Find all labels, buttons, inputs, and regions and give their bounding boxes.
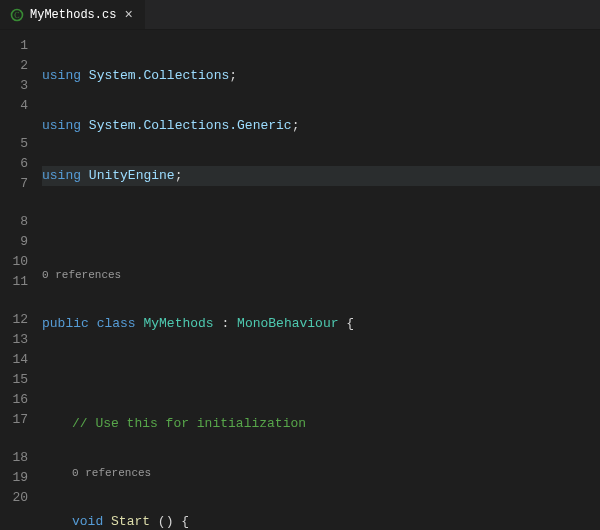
line-number: 3 xyxy=(0,76,28,96)
line-number-gutter: 1 2 3 4 5 6 7 8 9 10 11 12 13 14 15 16 1… xyxy=(0,36,42,530)
line-number: 1 xyxy=(0,36,28,56)
line-number: 18 xyxy=(0,448,28,468)
codelens-references[interactable]: 0 references xyxy=(42,464,600,482)
gutter-spacer xyxy=(0,292,28,310)
tab-bar: C MyMethods.cs × xyxy=(0,0,600,30)
code-line: using System.Collections; xyxy=(42,66,600,86)
file-tab[interactable]: C MyMethods.cs × xyxy=(0,0,146,29)
line-number: 10 xyxy=(0,252,28,272)
line-number: 2 xyxy=(0,56,28,76)
gutter-spacer xyxy=(0,116,28,134)
codelens-references[interactable]: 0 references xyxy=(42,266,600,284)
code-line: public class MyMethods : MonoBehaviour { xyxy=(42,314,600,334)
line-number: 19 xyxy=(0,468,28,488)
line-number: 4 xyxy=(0,96,28,116)
code-line: using System.Collections.Generic; xyxy=(42,116,600,136)
svg-text:C: C xyxy=(14,11,19,20)
csharp-file-icon: C xyxy=(10,8,24,22)
line-number: 7 xyxy=(0,174,28,194)
tab-filename: MyMethods.cs xyxy=(30,8,116,22)
line-number: 13 xyxy=(0,330,28,350)
line-number: 16 xyxy=(0,390,28,410)
line-number: 14 xyxy=(0,350,28,370)
code-line xyxy=(42,216,600,236)
code-line: void Start () { xyxy=(42,512,600,530)
gutter-spacer xyxy=(0,194,28,212)
line-number: 12 xyxy=(0,310,28,330)
gutter-spacer xyxy=(0,430,28,448)
close-icon[interactable]: × xyxy=(122,6,134,24)
line-number: 5 xyxy=(0,134,28,154)
line-number: 6 xyxy=(0,154,28,174)
line-number: 20 xyxy=(0,488,28,508)
line-number: 17 xyxy=(0,410,28,430)
line-number: 11 xyxy=(0,272,28,292)
code-area[interactable]: using System.Collections; using System.C… xyxy=(42,36,600,530)
code-line xyxy=(42,364,600,384)
line-number: 9 xyxy=(0,232,28,252)
code-line: // Use this for initialization xyxy=(42,414,600,434)
line-number: 15 xyxy=(0,370,28,390)
code-editor[interactable]: 1 2 3 4 5 6 7 8 9 10 11 12 13 14 15 16 1… xyxy=(0,30,600,530)
code-line: using UnityEngine; xyxy=(42,166,600,186)
line-number: 8 xyxy=(0,212,28,232)
